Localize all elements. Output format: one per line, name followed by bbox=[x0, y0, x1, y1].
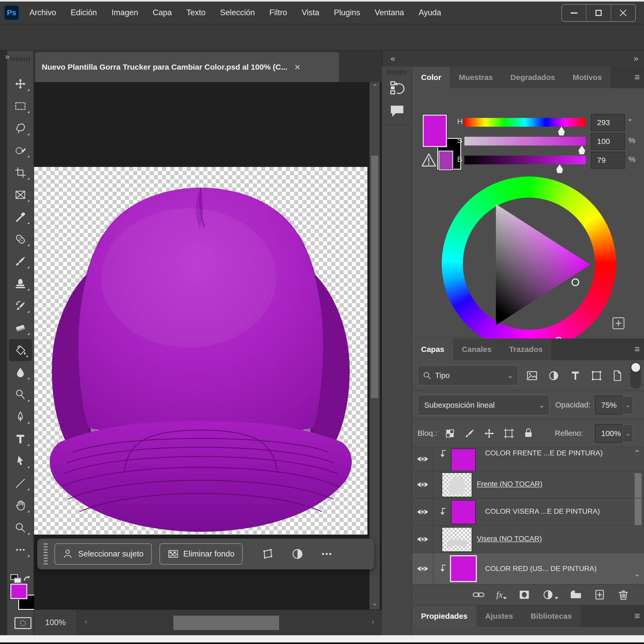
transform-icon[interactable] bbox=[261, 548, 274, 560]
layer-name[interactable]: COLOR FRENTE ...E DE PINTURA) bbox=[485, 449, 603, 457]
lock-artboard-icon[interactable] bbox=[503, 428, 514, 439]
document-tab[interactable]: Nuevo Plantilla Gorra Trucker para Cambi… bbox=[35, 52, 339, 82]
layer-name[interactable]: Frente (NO TOCAR) bbox=[477, 480, 542, 488]
tab-motivos[interactable]: Motivos bbox=[564, 67, 610, 88]
tool-lasso[interactable] bbox=[7, 117, 34, 139]
tab-degradados[interactable]: Degradados bbox=[502, 67, 564, 88]
menu-filtro[interactable]: Filtro bbox=[263, 2, 294, 24]
new-group-icon[interactable] bbox=[570, 589, 582, 601]
tool-line[interactable] bbox=[7, 472, 34, 494]
tool-marquee[interactable] bbox=[7, 95, 34, 117]
color-panel-menu-icon[interactable]: ≡ bbox=[634, 72, 640, 83]
tool-hand[interactable] bbox=[7, 494, 34, 517]
layer-opacity-value[interactable]: 75% bbox=[595, 396, 622, 414]
tab-propiedades[interactable]: Propiedades bbox=[412, 605, 476, 627]
brightness-slider-marker[interactable] bbox=[556, 164, 563, 173]
add-mask-icon[interactable] bbox=[518, 589, 530, 601]
collapse-panels-icon[interactable]: « bbox=[391, 54, 395, 63]
filter-adjustment-icon[interactable] bbox=[548, 369, 560, 382]
saturation-value[interactable]: 100 bbox=[591, 133, 625, 150]
filter-toggle-switch[interactable] bbox=[630, 362, 641, 389]
layers-scroll-up-icon[interactable]: ⌃ bbox=[634, 448, 640, 457]
color-wheel[interactable] bbox=[442, 176, 616, 351]
link-layers-icon[interactable] bbox=[472, 589, 485, 601]
hue-slider-marker[interactable] bbox=[558, 127, 565, 135]
lock-transparency-icon[interactable] bbox=[444, 428, 456, 439]
foreground-color-swatch[interactable] bbox=[10, 584, 27, 599]
layer-row-color-visera[interactable]: COLOR VISERA ...E DE PINTURA) bbox=[412, 498, 644, 526]
brightness-value[interactable]: 79 bbox=[591, 152, 625, 169]
menu-texto[interactable]: Texto bbox=[180, 2, 212, 24]
menu-ayuda[interactable]: Ayuda bbox=[412, 2, 448, 24]
layer-row-color-red-selected[interactable]: COLOR RED (US... DE PINTURA) ⌄ bbox=[412, 553, 644, 585]
hue-slider[interactable] bbox=[464, 118, 586, 127]
canvas-area[interactable]: ⌃ ⌄ Seleccionar sujeto Eliminar fondo bbox=[34, 82, 382, 609]
tab-trazados[interactable]: Trazados bbox=[500, 339, 551, 360]
document-canvas[interactable] bbox=[34, 167, 367, 535]
tool-clone-stamp[interactable] bbox=[7, 272, 34, 295]
tool-edit-toolbar[interactable] bbox=[7, 539, 34, 561]
tab-ajustes[interactable]: Ajustes bbox=[476, 605, 522, 627]
fill-chevron[interactable]: ⌄ bbox=[622, 424, 633, 443]
tab-canales[interactable]: Canales bbox=[453, 339, 500, 360]
default-swap-colors-icon[interactable] bbox=[9, 572, 32, 585]
layer-row-frente[interactable]: Frente (NO TOCAR) bbox=[412, 471, 644, 498]
maximize-button[interactable] bbox=[586, 5, 610, 21]
properties-menu-icon[interactable]: ≡ bbox=[634, 610, 640, 621]
hscroll-right-icon[interactable]: › bbox=[372, 618, 374, 625]
layers-scroll-down-icon[interactable]: ⌄ bbox=[634, 569, 640, 578]
adjustment-icon[interactable] bbox=[291, 548, 304, 560]
tool-brush[interactable] bbox=[7, 250, 34, 272]
brightness-slider[interactable] bbox=[464, 156, 586, 164]
hscroll-left-icon[interactable]: ‹ bbox=[85, 618, 87, 625]
tool-object-selection[interactable] bbox=[7, 139, 34, 162]
visibility-toggle[interactable] bbox=[412, 471, 433, 498]
tool-dodge[interactable] bbox=[7, 383, 34, 406]
tool-history-brush[interactable] bbox=[7, 295, 34, 317]
foreground-swatch[interactable] bbox=[423, 115, 447, 147]
layer-thumbnail-front[interactable] bbox=[442, 472, 472, 497]
layers-scroll-thumb-cont[interactable] bbox=[635, 498, 641, 526]
vertical-scroll-thumb[interactable] bbox=[371, 156, 378, 398]
tool-eyedropper[interactable] bbox=[7, 206, 34, 228]
layer-name[interactable]: COLOR RED (US... DE PINTURA) bbox=[485, 565, 597, 573]
menu-seleccion[interactable]: Selección bbox=[213, 2, 261, 24]
menu-ventana[interactable]: Ventana bbox=[368, 2, 411, 24]
tool-crop[interactable] bbox=[7, 162, 34, 184]
menu-capa[interactable]: Capa bbox=[146, 2, 179, 24]
tool-frame[interactable] bbox=[7, 184, 34, 206]
lock-position-icon[interactable] bbox=[484, 428, 495, 439]
filter-shape-icon[interactable] bbox=[590, 369, 603, 382]
minimize-button[interactable] bbox=[562, 5, 586, 21]
layer-opacity-chevron[interactable]: ⌄ bbox=[622, 396, 633, 414]
delete-layer-icon[interactable] bbox=[617, 589, 630, 601]
tool-type[interactable] bbox=[7, 428, 34, 450]
lock-all-icon[interactable] bbox=[523, 427, 534, 439]
menu-imagen[interactable]: Imagen bbox=[105, 2, 145, 24]
menu-edicion[interactable]: Edición bbox=[64, 2, 104, 24]
layer-styles-icon[interactable]: fx bbox=[496, 590, 507, 600]
visibility-toggle[interactable] bbox=[412, 498, 433, 525]
history-panel-icon[interactable] bbox=[389, 80, 405, 96]
strip-grip[interactable] bbox=[382, 67, 412, 74]
tool-move[interactable] bbox=[7, 73, 34, 95]
toolbar-grip[interactable] bbox=[7, 51, 34, 61]
layer-filter-dropdown[interactable]: Tipo ⌄ bbox=[417, 365, 518, 386]
canvas-vertical-scrollbar[interactable]: ⌃ ⌄ bbox=[369, 82, 380, 609]
visibility-toggle[interactable] bbox=[412, 553, 433, 584]
tab-color[interactable]: Color bbox=[412, 67, 450, 88]
layers-scroll-thumb[interactable] bbox=[635, 473, 641, 498]
layer-thumbnail-color[interactable] bbox=[451, 500, 476, 524]
menu-vista[interactable]: Vista bbox=[295, 2, 326, 24]
horizontal-scroll-thumb[interactable] bbox=[173, 616, 279, 630]
hue-value[interactable]: 293 bbox=[591, 114, 625, 131]
saturation-slider-marker[interactable] bbox=[578, 146, 585, 154]
visibility-toggle[interactable] bbox=[412, 526, 433, 553]
tool-paint-bucket[interactable] bbox=[9, 339, 32, 361]
tab-close-icon[interactable]: ✕ bbox=[294, 63, 301, 72]
quick-mask-icon[interactable] bbox=[14, 617, 31, 629]
close-button[interactable] bbox=[611, 5, 635, 21]
more-options-icon[interactable] bbox=[319, 548, 334, 560]
tool-healing-brush[interactable] bbox=[7, 228, 34, 250]
toolbar-collapse-icon[interactable]: » bbox=[5, 52, 10, 61]
